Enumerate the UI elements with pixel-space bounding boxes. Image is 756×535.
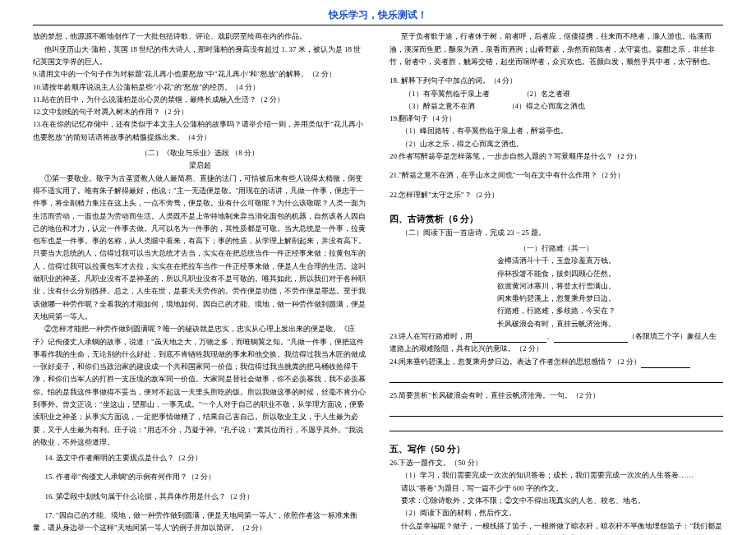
essay-para-1: ①第一要敬业。敬字为古圣贤教人做人最简易、直捷的法门，可惜被后来有些人说得太精微… (33, 173, 366, 324)
question-20: 20.作者写醉翁亭是怎样落笔，一步步自然入题的？写景顺序是什么？（2 分） (390, 150, 723, 163)
poem-line: 闲来垂钓碧溪上，忽复乘舟梦日边。 (390, 293, 723, 305)
question-17: 17. "因自己的才能、境地，做一种劳作做到圆满，便是天地间第一等人"，依照作者… (33, 510, 366, 535)
question-9: 9.请用文中的一个句子作为对标题"花儿再小也要怒放"中"花儿再小"和"怒放"的解… (33, 68, 366, 81)
question-19: 19.翻译句子（4 分） (390, 113, 723, 125)
q18-opt-1: （1）有亭翼然临于泉上者 (404, 88, 490, 100)
question-25: 25.简要赏析"长风破浪会有时，直挂云帆济沧海。一句。（2 分） (390, 390, 723, 402)
author-name: 梁启超 (33, 159, 366, 172)
subheading-passage-2: （二）《敬业与乐业》选段 （8 分） (33, 147, 366, 159)
section-5-title: 五、写作（50 分） (390, 441, 723, 457)
question-22: 22.怎样理解"太守之乐"？（2 分） (390, 189, 723, 201)
fill-blank[interactable] (554, 336, 628, 343)
section-4-instruction: （二）阅读下面一首唐诗，完成 23－25 题。 (390, 227, 723, 239)
question-11: 11.站在的目中，为什么说蒲柏是出心灵的禁锢，最终长成融入生活？（2 分） (33, 94, 366, 106)
two-column-layout: 放的梦想，他源源不断地创作了一大批包括诗歌、评论、戏剧层至绘画在内的作品。 他叫… (33, 30, 723, 535)
writing-req-2: 要求：①除诗歌外，文体不限；②文中不得出现真实的人名、校名、地名。 (390, 495, 723, 507)
question-24: 24.闲来垂钓碧溪上，忽复乘舟梦日边。表达了作者怎样的思想感情？（2 分） (390, 356, 723, 368)
question-12: 12.文中划线的句子对凋入树木的作用？（2 分） (33, 106, 366, 118)
fill-blank[interactable] (641, 362, 690, 368)
q19-sub-2: （2）山水之乐，得之心而寓之酒也。 (390, 138, 723, 150)
question-13: 13.在在你的记忆存储中，还有类似于本文主人公蒲柏的故事吗？请举介绍一则，并用类… (33, 118, 366, 144)
q19-sub-1: （1）峰回路转，有亭翼然临于泉上者，醉翁亭也。 (390, 125, 723, 137)
writing-req-1: 请以"答卷"为题目，写一篇不少于 600 字的作文。 (390, 482, 723, 495)
section-4-title: 四、古诗赏析（6 分） (390, 211, 723, 227)
q18-opt-2: （2）名之者谁 (523, 88, 571, 100)
poem-title: （一）行路难（其一） (390, 242, 723, 255)
writing-prompt-1: （1）学习，我们需要完成一次次的知识答卷；成长，我们需要完成一次次的人生答卷…… (390, 469, 723, 482)
question-10: 10.请按年龄顺序说说主人公蒲柏是些"小花"的"怒放"的经历。（4 分） (33, 81, 366, 94)
poem-line: 停杯投箸不能食，拔剑四顾心茫然。 (390, 268, 723, 280)
question-16: 16. 第②段中划线句属于什么论据，其具体作用是什么？（2 分） (33, 491, 366, 503)
q18-opt-4: （4）得之心而寓之酒也 (508, 100, 586, 113)
question-21: 21."醉翁之意不在酒，在乎山水之间也"一句在文中有什么作用？（2 分） (390, 169, 723, 182)
question-23: 23.诗人在写行路难时，用、（各限填三个字）象征人生道路上的艰难险阻，具有比兴的… (390, 330, 723, 356)
answer-line[interactable] (390, 410, 723, 417)
left-column: 放的梦想，他源源不断地创作了一大批包括诗歌、评论、戏剧层至绘画在内的作品。 他叫… (33, 30, 366, 535)
wenyan-para-3: 至于负者歌于途，行者休于树，前者呼，后者应，伛偻提携，往来而不绝者，滁人游也。临… (390, 30, 723, 68)
writing-prompt-2: （2）阅读下面的材料，然后作文。 (390, 507, 723, 519)
page-header: 快乐学习，快乐测试！ (33, 7, 723, 23)
passage-line: 他叫亚历山大·蒲柏，英国 18 世纪的伟大诗人，那时蒲柏的身高没有超过 1. 3… (33, 44, 366, 69)
poem-line: 长风破浪会有时，直挂云帆济沧海。 (390, 318, 723, 330)
q18-opt-3: （3）醉翁之意不在酒 (404, 100, 475, 113)
right-column: 至于负者歌于途，行者休于树，前者呼，后者应，伛偻提携，往来而不绝者，滁人游也。临… (390, 30, 723, 535)
q24-text: 24.闲来垂钓碧溪上，忽复乘舟梦日边。表达了作者怎样的思想感情？（2 分） (390, 357, 641, 366)
question-18: 18. 解释下列句子中加点的词。（4 分） (390, 75, 723, 87)
q23-text-b: 、 (546, 332, 554, 340)
answer-line[interactable] (390, 425, 723, 431)
q23-text-a: 23.诗人在写行路难时，用 (390, 332, 472, 340)
answer-line[interactable] (390, 376, 723, 383)
poem-block: （一）行路难（其一） 金樽清酒斗十千，玉盘珍羞直万钱。 停杯投箸不能食，拔剑四顾… (390, 242, 723, 330)
question-18-row2: （3）醉翁之意不在酒 （4）得之心而寓之酒也 (390, 100, 723, 113)
question-18-row1: （1）有亭翼然临于泉上者 （2）名之者谁 (390, 88, 723, 100)
essay-para-2: ②怎样才能把一种劳作做到圆满呢？唯一的秘诀就是忠实，忠实从心理上发出来的便是敬。… (33, 323, 366, 449)
passage-line: 放的梦想，他源源不断地创作了一大批包括诗歌、评论、戏剧层至绘画在内的作品。 (33, 30, 366, 43)
poem-line: 欲渡黄河冰塞川，将登太行雪满山。 (390, 280, 723, 293)
question-15: 15. 作者举"佝偻丈人承蜩"的示例有何作用？（2 分） (33, 471, 366, 483)
poem-line: 行路难，行路难，多歧路，今安在？ (390, 305, 723, 317)
fill-blank[interactable] (472, 336, 546, 343)
question-26: 26.下选一题作文。（50 分） (390, 457, 723, 469)
poem-line: 金樽清酒斗十千，玉盘珍羞直万钱。 (390, 255, 723, 267)
writing-material: 什么是幸福呢？做子，一根线搭了笛子，一根擀做了晾衣杆，晾衣杆不平衡地埋怨笛子："… (390, 520, 723, 535)
question-14: 14. 选文中作者阐明的主要观点是什么？（2 分） (33, 452, 366, 464)
header-divider (33, 25, 723, 25)
